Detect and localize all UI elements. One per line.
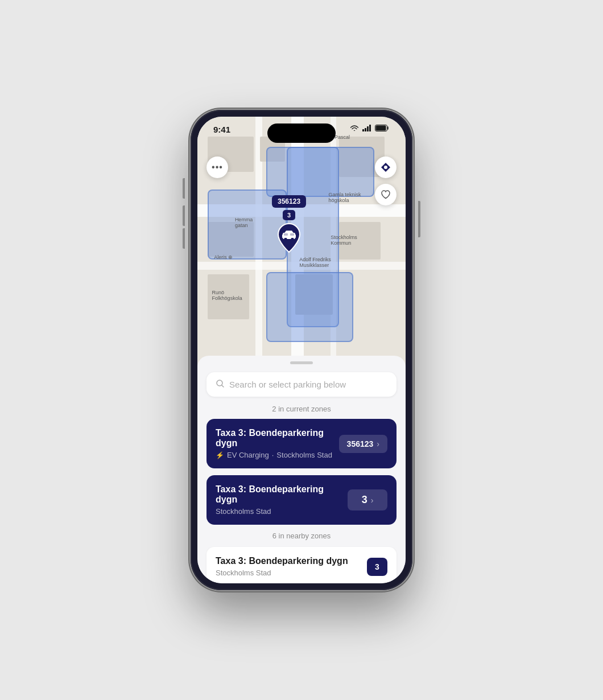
status-time: 9:41 <box>213 125 230 134</box>
parking-pin <box>276 223 302 253</box>
dynamic-island <box>267 123 336 143</box>
svg-rect-2 <box>367 126 369 131</box>
parking-card-nearby-1[interactable]: Taxa 3: Boendeparkering dygn Stockholms … <box>206 547 397 583</box>
svg-rect-10 <box>284 233 288 236</box>
map-label-gamla: Gamla tekniskhögskola <box>329 192 361 203</box>
chevron-icon-1: › <box>377 439 379 448</box>
map-background: Café Pascal VASASTAN Gamla tekniskhögsko… <box>197 117 406 367</box>
parking-badge-3: 3 <box>283 210 295 220</box>
parking-card-nearby-title-1: Taxa 3: Boendeparkering dygn <box>216 556 367 566</box>
svg-point-7 <box>284 238 287 241</box>
map-label-aleris: Aleris ⊕ <box>214 254 233 260</box>
parking-card-356123[interactable]: Taxa 3: Boendeparkering dygn ⚡ EV Chargi… <box>206 419 397 468</box>
parking-pin-group: 356123 3 <box>272 195 306 253</box>
svg-point-8 <box>291 238 294 241</box>
svg-rect-3 <box>369 125 371 131</box>
parking-card-title-1: Taxa 3: Boendeparkering dygn <box>216 428 339 448</box>
parking-owner-name-1: Stockholms Stad <box>276 451 332 459</box>
wifi-icon <box>350 125 359 133</box>
parking-card-nearby-badge-1: 3 <box>367 558 387 576</box>
ev-charging-label: EV Charging <box>227 451 269 459</box>
parking-badge-356123: 356123 <box>272 195 306 208</box>
parking-card-badge-2: 3 › <box>348 489 387 510</box>
parking-card-3[interactable]: Taxa 3: Boendeparkering dygn Stockholms … <box>206 475 397 525</box>
map-section: Café Pascal VASASTAN Gamla tekniskhögsko… <box>197 117 406 367</box>
menu-button[interactable]: ••• <box>206 157 228 178</box>
phone-screen: 9:41 <box>197 117 406 583</box>
parking-card-nearby-info-1: Taxa 3: Boendeparkering dygn Stockholms … <box>216 556 367 577</box>
search-placeholder[interactable]: Search or select parking below <box>229 380 346 389</box>
location-button[interactable] <box>375 157 397 178</box>
svg-rect-11 <box>290 233 294 236</box>
parking-card-nearby-sub-1: Stockholms Stad <box>216 569 367 577</box>
badge-number-1: 356123 <box>347 439 374 448</box>
parking-owner-1: · <box>272 451 274 459</box>
search-bar[interactable]: Search or select parking below <box>206 372 397 397</box>
parking-card-sub-1: ⚡ EV Charging · Stockholms Stad <box>216 451 339 459</box>
ev-charging-icon: ⚡ <box>216 451 224 459</box>
battery-icon <box>375 125 390 133</box>
phone-frame: 9:41 <box>191 110 412 590</box>
parking-card-info-1: Taxa 3: Boendeparkering dygn ⚡ EV Chargi… <box>216 428 339 459</box>
svg-point-12 <box>384 166 387 169</box>
svg-rect-1 <box>365 128 366 131</box>
nearby-zones-label: 6 in nearby zones <box>197 532 406 540</box>
signal-icon <box>362 125 371 133</box>
current-zones-label: 2 in current zones <box>197 405 406 413</box>
parking-card-badge-1: 356123 › <box>339 435 387 453</box>
bottom-sheet: Search or select parking below 2 in curr… <box>197 356 406 583</box>
map-label-runo: RunöFolkhögskola <box>212 290 242 301</box>
nearby-badge-number-1: 3 <box>375 562 379 571</box>
map-label-hemma: Hemmagatan <box>235 217 253 228</box>
svg-rect-0 <box>362 129 364 131</box>
parking-card-title-2: Taxa 3: Boendeparkering dygn <box>216 484 348 505</box>
parking-card-info-2: Taxa 3: Boendeparkering dygn Stockholms … <box>216 484 348 516</box>
drag-handle[interactable] <box>290 361 313 364</box>
chevron-icon-2: › <box>371 496 374 505</box>
status-icons <box>350 125 390 133</box>
parking-owner-name-2: Stockholms Stad <box>216 507 271 516</box>
badge-number-2: 3 <box>362 494 367 506</box>
svg-rect-5 <box>376 126 386 131</box>
favorite-button[interactable] <box>375 184 397 205</box>
search-icon <box>216 379 225 390</box>
map-label-adolf: Adolf FredriksMusikklasser <box>299 257 331 268</box>
parking-card-sub-2: Stockholms Stad <box>216 507 348 516</box>
map-label-stockholm-kommun: StockholmsKommun <box>331 234 357 246</box>
